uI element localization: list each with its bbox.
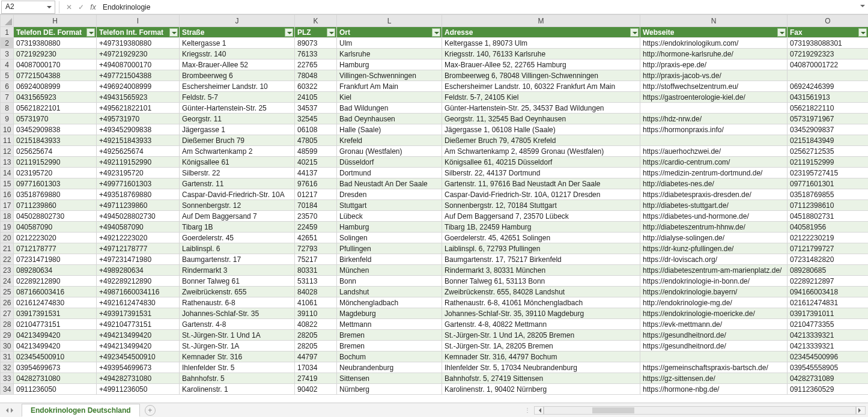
- name-box[interactable]: A2: [1, 1, 55, 14]
- cell[interactable]: 80331: [295, 265, 337, 276]
- cell[interactable]: Ihlenfelder Str. 5, 17034 Neubrandenburg: [442, 362, 640, 373]
- tab-nav[interactable]: [0, 408, 19, 413]
- table-header-cell[interactable]: PLZ: [295, 27, 337, 38]
- cell[interactable]: Landshut: [337, 287, 442, 297]
- cell[interactable]: Halle (Saale): [337, 124, 442, 135]
- cell[interactable]: 04213499420: [14, 341, 97, 352]
- cell[interactable]: 023454500910: [14, 352, 97, 362]
- cell[interactable]: 05621822101: [14, 103, 97, 114]
- cell[interactable]: +4940587090: [97, 222, 180, 233]
- row-header[interactable]: 14: [1, 168, 14, 178]
- cell[interactable]: Pfullingen: [337, 243, 442, 254]
- cell[interactable]: +497319380880: [97, 38, 180, 49]
- cell[interactable]: Georgstr. 11, 32545 Bad Oeynhausen: [442, 114, 640, 124]
- cell[interactable]: 01217: [295, 189, 337, 200]
- cell[interactable]: 05731970: [14, 114, 97, 124]
- cell[interactable]: Königsallee 61: [180, 157, 295, 168]
- cell[interactable]: 040587090: [14, 222, 97, 233]
- cell[interactable]: 07231471980: [14, 254, 97, 265]
- cell[interactable]: 06924246399: [788, 81, 869, 92]
- cell[interactable]: https://endokrinologie-in-bonn.de/: [640, 276, 788, 287]
- cell[interactable]: +493917391531: [97, 308, 180, 319]
- column-header-O[interactable]: O: [788, 15, 869, 27]
- cell[interactable]: 60322: [295, 81, 337, 92]
- cell[interactable]: 04213339321: [788, 341, 869, 352]
- cell[interactable]: 44137: [295, 168, 337, 178]
- filter-dropdown-icon[interactable]: [777, 28, 786, 37]
- cell[interactable]: Königsallee 61, 40215 Düsseldorf: [442, 157, 640, 168]
- row-header[interactable]: 33: [1, 373, 14, 384]
- cell[interactable]: 06924008999: [14, 81, 97, 92]
- cell[interactable]: 89073: [295, 38, 337, 49]
- row-header[interactable]: 25: [1, 287, 14, 297]
- cell[interactable]: +494213499420: [97, 341, 180, 352]
- cell[interactable]: Düsseldorf: [337, 157, 442, 168]
- cell[interactable]: 0711239860: [14, 200, 97, 211]
- cell[interactable]: 03518769880: [14, 189, 97, 200]
- cell[interactable]: 03452909838: [14, 124, 97, 135]
- cell[interactable]: Feldstr. 5-7: [180, 92, 295, 103]
- cell[interactable]: 28205: [295, 330, 337, 341]
- filter-dropdown-icon[interactable]: [327, 28, 335, 37]
- cell[interactable]: http://praxis-epe.de/: [640, 59, 788, 70]
- cell[interactable]: Bonner Talweg 61: [180, 276, 295, 287]
- sheet-tab-active[interactable]: Endokrinologen Deutschland: [22, 404, 140, 416]
- hscroll-thumb[interactable]: [592, 407, 634, 413]
- cell[interactable]: 02289212890: [14, 276, 97, 287]
- cell[interactable]: https://cardio-centrum.com/: [640, 157, 788, 168]
- cell[interactable]: 04282731080: [14, 373, 97, 384]
- cell[interactable]: http://dialyse-solingen.de/: [640, 233, 788, 243]
- cell[interactable]: Gartenstr. 11: [180, 178, 295, 189]
- add-sheet-button[interactable]: +: [145, 405, 156, 416]
- cell[interactable]: Eschersheimer Landstr. 10, 60322 Frankfu…: [442, 81, 640, 92]
- cell[interactable]: +492289212890: [97, 276, 180, 287]
- cell[interactable]: Rindermarkt 3: [180, 265, 295, 276]
- cell[interactable]: 040870001722: [788, 59, 869, 70]
- cell[interactable]: St.-Jürgen-Str. 1A, 28205 Bremen: [442, 341, 640, 352]
- column-header-K[interactable]: K: [295, 15, 337, 27]
- row-header[interactable]: 31: [1, 352, 14, 362]
- filter-dropdown-icon[interactable]: [86, 28, 95, 37]
- column-header-L[interactable]: L: [337, 15, 442, 27]
- cell[interactable]: 70184: [295, 200, 337, 211]
- cell[interactable]: https://endokrinologikum.com/: [640, 38, 788, 49]
- cell[interactable]: Baumgartenstr. 17, 75217 Birkenfeld: [442, 254, 640, 265]
- cell[interactable]: 03917391011: [788, 308, 869, 319]
- cell[interactable]: +492104773151: [97, 319, 180, 330]
- cell[interactable]: Silberstr. 22: [180, 168, 295, 178]
- cell[interactable]: 02104773355: [788, 319, 869, 330]
- cell[interactable]: http://endokrinologie-mg.de/: [640, 297, 788, 308]
- column-header-N[interactable]: N: [640, 15, 788, 27]
- cell[interactable]: Johannes-Schlaf-Str. 35, 39110 Magdeburg: [442, 308, 640, 319]
- row-header[interactable]: 7: [1, 92, 14, 103]
- expand-formula-bar-icon[interactable]: [857, 5, 868, 10]
- cell[interactable]: 22765: [295, 59, 337, 70]
- cell[interactable]: Max-Brauer-Allee 52, 22765 Hamburg: [442, 59, 640, 70]
- cell[interactable]: 90402: [295, 384, 337, 395]
- cell[interactable]: +497231471980: [97, 254, 180, 265]
- cell[interactable]: https://diabeteszentrum-am-marienplatz.d…: [640, 265, 788, 276]
- cell[interactable]: +49911236050: [97, 384, 180, 395]
- cell[interactable]: 24105: [295, 92, 337, 103]
- cell[interactable]: https://diabetespraxis-dresden.de/: [640, 189, 788, 200]
- cell[interactable]: Feldstr. 5-7, 24105 Kiel: [442, 92, 640, 103]
- cancel-icon[interactable]: ✕: [63, 1, 75, 13]
- cell[interactable]: +495731970: [97, 114, 180, 124]
- cell[interactable]: 0431565923: [14, 92, 97, 103]
- cell[interactable]: Karolinenstr. 1: [180, 384, 295, 395]
- cell[interactable]: https://gemeinschaftspraxis-bartsch.de/: [640, 362, 788, 373]
- cell[interactable]: Ulm: [337, 38, 442, 49]
- cell[interactable]: Kriegsstr. 140, 76133 Karlsruhe: [442, 49, 640, 59]
- cell[interactable]: Johannes-Schlaf-Str. 35: [180, 308, 295, 319]
- column-header-M[interactable]: M: [442, 15, 640, 27]
- cell[interactable]: +49871660034116: [97, 287, 180, 297]
- cell[interactable]: https://endokrinologie.bayern/: [640, 287, 788, 297]
- cell[interactable]: 02151843933: [14, 135, 97, 146]
- column-header-J[interactable]: J: [180, 15, 295, 27]
- cell[interactable]: 087166003416: [14, 287, 97, 297]
- cell[interactable]: Goerdelerstr. 45: [180, 233, 295, 243]
- cell[interactable]: 09771601303: [14, 178, 97, 189]
- row-header[interactable]: 10: [1, 124, 14, 135]
- cell[interactable]: Hamburg: [337, 59, 442, 70]
- cell[interactable]: Günter-Hartenstein-Str. 25, 34537 Bad Wi…: [442, 103, 640, 114]
